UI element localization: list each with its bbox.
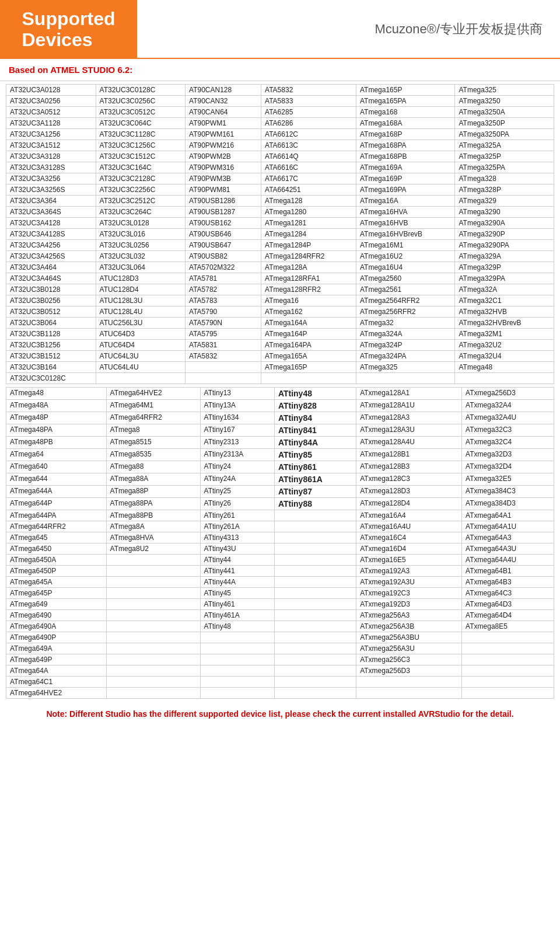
table-cell <box>200 643 274 654</box>
table-cell <box>96 373 186 384</box>
table-cell: AT32UC3C264C <box>96 207 186 218</box>
table-cell <box>274 566 356 577</box>
table-cell: AT90USB162 <box>186 218 261 229</box>
table-cell <box>274 632 356 643</box>
table-cell <box>356 373 455 384</box>
table-cell: ATmega6450 <box>6 543 107 555</box>
table-cell: ATxmega128A3 <box>356 412 462 424</box>
device-table-1: AT32UC3A0128AT32UC3C0128CAT90CAN128ATA58… <box>6 84 554 384</box>
table-cell <box>200 665 274 677</box>
table-cell: ATmega3290 <box>455 207 554 218</box>
table-cell: ATxmega128D4 <box>356 498 462 510</box>
table-cell: ATUC128D3 <box>96 273 186 284</box>
table-cell: AT32UC3B0512 <box>6 306 96 318</box>
table-cell <box>462 677 554 688</box>
table-cell <box>462 688 554 699</box>
table-cell: ATtiny461 <box>200 599 274 610</box>
table-cell: AT90PWM2B <box>186 151 261 162</box>
table-cell: ATmega64M1 <box>106 400 200 412</box>
table-cell: AT32UC3A4256 <box>6 240 96 251</box>
table-cell: ATA6617C <box>261 173 356 184</box>
table-cell: ATA664251 <box>261 184 356 196</box>
table-cell: ATmega32HVBrevB <box>455 318 554 329</box>
table-cell: ATmega128 <box>261 196 356 207</box>
table-cell: ATmega6490 <box>6 610 107 621</box>
table-cell: AT90USB1287 <box>186 207 261 218</box>
table-cell <box>200 677 274 688</box>
table-cell <box>274 677 356 688</box>
table-cell: AT90PWM81 <box>186 184 261 196</box>
table-cell: ATxmega64B1 <box>462 566 554 577</box>
table-cell: ATmega329 <box>455 196 554 207</box>
table-cell: ATUC128L4U <box>96 306 186 318</box>
table-cell: AT32UC3A0512 <box>6 107 96 118</box>
table-cell <box>462 665 554 677</box>
table-cell: ATmega325P <box>455 151 554 162</box>
table-cell: ATmega644A <box>6 486 107 498</box>
table-cell: ATxmega64C3 <box>462 588 554 599</box>
table-cell <box>274 643 356 654</box>
table-cell: ATxmega64D3 <box>462 599 554 610</box>
table-cell: ATxmega128A1 <box>356 388 462 400</box>
table-cell: ATmega32M1 <box>455 329 554 340</box>
table-cell <box>274 621 356 632</box>
logo-block: Supported Devices <box>0 0 137 59</box>
table-cell: AT32UC3C1512C <box>96 151 186 162</box>
table-cell: ATA5795 <box>186 329 261 340</box>
table-cell: ATxmega64A1 <box>462 510 554 521</box>
table-cell: ATmega88PA <box>106 498 200 510</box>
table-cell: ATtiny861A <box>274 473 356 486</box>
table-cell: ATmega164P <box>261 329 356 340</box>
table-cell: ATmega168 <box>356 107 455 118</box>
table-cell: AT32UC3C2128C <box>96 173 186 184</box>
table-cell: ATUC64D4 <box>96 340 186 351</box>
brand-text: Mcuzone®/专业开发板提供商 <box>374 20 542 38</box>
table-cell: AT32UC3C0512C <box>96 107 186 118</box>
table-cell: ATA5702M322 <box>186 262 261 273</box>
table-cell: ATmega48A <box>6 400 107 412</box>
table-cell: ATmega165P <box>261 362 356 373</box>
table-cell: ATmega325A <box>455 140 554 151</box>
table-cell: AT32UC3L064 <box>96 262 186 273</box>
table-cell: ATxmega32A4U <box>462 412 554 424</box>
table-cell <box>106 588 200 599</box>
brand-block: Mcuzone®/专业开发板提供商 <box>137 0 560 59</box>
table-cell: AT32UC3A364S <box>6 207 96 218</box>
table-cell: ATmega162 <box>261 306 356 318</box>
table-cell: AT32UC3C2256C <box>96 184 186 196</box>
table-cell: AT90USB82 <box>186 251 261 262</box>
table-cell: AT32UC3A464 <box>6 262 96 273</box>
table-cell: ATmega168PA <box>356 140 455 151</box>
table-cell: ATxmega64A1U <box>462 521 554 532</box>
table-cell <box>106 555 200 566</box>
table-cell: ATtiny84A <box>274 437 356 449</box>
table-cell: ATA6286 <box>261 118 356 129</box>
table-cell: ATxmega32D3 <box>462 449 554 461</box>
table-cell: ATmega164PA <box>261 340 356 351</box>
table-cell: ATxmega16D4 <box>356 543 462 555</box>
table-cell: ATmega324A <box>356 329 455 340</box>
table-cell: AT32UC3A3128S <box>6 162 96 173</box>
table-cell: ATA5833 <box>261 96 356 107</box>
table-cell: ATxmega384C3 <box>462 486 554 498</box>
table-cell <box>462 654 554 665</box>
table-cell: ATxmega256D3 <box>462 388 554 400</box>
table-cell: ATmega16M1 <box>356 240 455 251</box>
table-cell: ATmega32HVB <box>455 306 554 318</box>
table-cell: ATmega3290PA <box>455 240 554 251</box>
table-cell: ATmega8535 <box>106 449 200 461</box>
table-cell <box>106 665 200 677</box>
table-cell <box>455 373 554 384</box>
table-cell: AT32UC3B1256 <box>6 340 96 351</box>
table-cell: ATUC256L3U <box>96 318 186 329</box>
table-cell: AT32UC3B0128 <box>6 284 96 295</box>
table-cell: ATmega645 <box>6 532 107 543</box>
table-cell <box>274 521 356 532</box>
table-cell: ATmega2561 <box>356 284 455 295</box>
table-cell: ATmega165P <box>356 85 455 96</box>
table-cell: ATmega128A <box>261 262 356 273</box>
table-cell: ATmega325 <box>356 362 455 373</box>
table-cell: ATtiny828 <box>274 400 356 412</box>
table-cell: ATmega1284P <box>261 240 356 251</box>
table-cell: ATxmega128A1U <box>356 400 462 412</box>
